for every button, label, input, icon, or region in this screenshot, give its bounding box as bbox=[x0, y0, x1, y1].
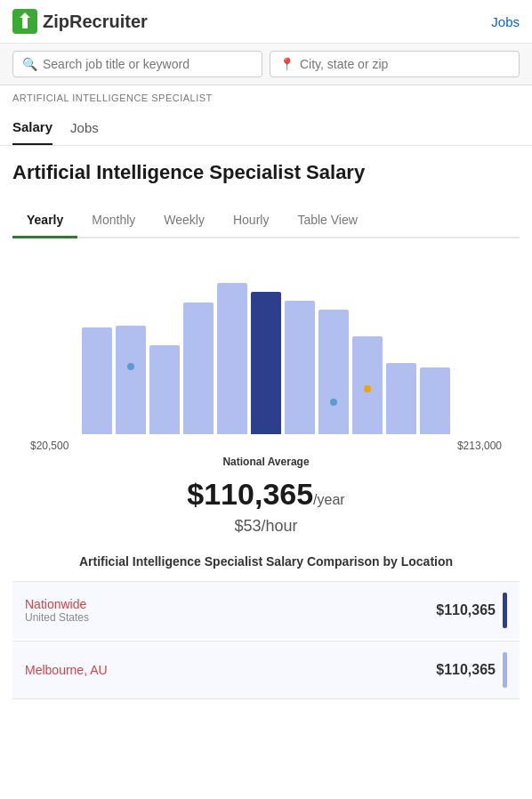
comparison-bar-nationwide bbox=[503, 593, 507, 628]
logo-text: ZipRecruiter bbox=[43, 12, 148, 32]
comparison-location-melbourne: Melbourne, AU bbox=[25, 663, 436, 677]
tab-yearly[interactable]: Yearly bbox=[12, 204, 77, 238]
header: ZipRecruiter Jobs bbox=[0, 0, 532, 44]
national-avg-label: National Average bbox=[21, 456, 511, 468]
chart-bar-0 bbox=[82, 327, 112, 434]
tab-tableview[interactable]: Table View bbox=[283, 204, 371, 238]
chart-bar-5 bbox=[251, 292, 281, 434]
salary-hourly-per: /hour bbox=[262, 517, 298, 535]
bar-wrapper-0 bbox=[82, 327, 112, 434]
bar-wrapper-1 bbox=[116, 326, 146, 434]
bar-wrapper-9 bbox=[386, 363, 416, 434]
ziprecruiter-logo-icon bbox=[12, 9, 37, 34]
page-title: Artificial Intelligence Specialist Salar… bbox=[12, 160, 520, 186]
bar-wrapper-7 bbox=[318, 310, 349, 434]
comparison-title: Artificial Intelligence Specialist Salar… bbox=[12, 553, 520, 571]
comparison-sublocation-nationwide: United States bbox=[25, 611, 436, 624]
tab-monthly[interactable]: Monthly bbox=[77, 204, 149, 238]
chart-dot-blue-7 bbox=[330, 399, 337, 406]
bar-wrapper-5 bbox=[251, 292, 281, 434]
bar-wrapper-10 bbox=[420, 367, 450, 434]
salary-hourly: $53/hour bbox=[12, 517, 520, 536]
chart-label-right: $213,000 bbox=[457, 440, 502, 452]
comparison-left-melbourne: Melbourne, AU bbox=[25, 663, 436, 677]
chart-dot-blue-1 bbox=[127, 363, 134, 370]
chart-bar-10 bbox=[420, 367, 450, 434]
main-content: Artificial Intelligence Specialist Salar… bbox=[0, 146, 532, 715]
location-pin-icon: 📍 bbox=[279, 57, 294, 71]
search-input[interactable] bbox=[43, 57, 253, 71]
job-search-box: 🔍 bbox=[12, 51, 262, 77]
salary-tabs: Yearly Monthly Weekly Hourly Table View bbox=[12, 204, 520, 238]
comparison-location-nationwide: Nationwide bbox=[25, 597, 436, 611]
chart-bars bbox=[21, 256, 511, 434]
chart-bar-3 bbox=[183, 303, 214, 434]
salary-per-year: /year bbox=[313, 492, 345, 507]
bar-wrapper-4 bbox=[217, 283, 247, 434]
comparison-bar-melbourne bbox=[503, 652, 507, 688]
bar-wrapper-6 bbox=[285, 301, 315, 434]
comparison-salary-melbourne: $110,365 bbox=[436, 662, 496, 678]
chart-bar-9 bbox=[386, 363, 416, 434]
chart-bar-2 bbox=[149, 345, 180, 434]
chart-bar-6 bbox=[285, 301, 315, 434]
salary-display: $110,365/year bbox=[12, 477, 520, 512]
bar-wrapper-3 bbox=[183, 303, 214, 434]
sub-nav-salary[interactable]: Salary bbox=[12, 110, 52, 145]
location-input[interactable] bbox=[300, 57, 510, 71]
comparison-item-nationwide: Nationwide United States $110,365 bbox=[12, 581, 520, 639]
bar-wrapper-8 bbox=[352, 336, 383, 434]
comparison-left-nationwide: Nationwide United States bbox=[25, 597, 436, 624]
location-search-box: 📍 bbox=[270, 51, 520, 77]
sub-nav: Salary Jobs bbox=[0, 110, 532, 146]
chart-bar-7 bbox=[318, 310, 349, 434]
breadcrumb: ARTIFICIAL INTELLIGENCE SPECIALIST bbox=[0, 85, 532, 110]
tab-weekly[interactable]: Weekly bbox=[149, 204, 219, 238]
comparison-item-melbourne: Melbourne, AU $110,365 bbox=[12, 641, 520, 699]
chart-bar-4 bbox=[217, 283, 247, 434]
search-icon: 🔍 bbox=[22, 57, 37, 71]
jobs-link[interactable]: Jobs bbox=[491, 14, 520, 29]
chart-labels: $20,500 $213,000 bbox=[21, 434, 511, 452]
search-bar: 🔍 📍 bbox=[0, 44, 532, 85]
comparison-salary-nationwide: $110,365 bbox=[436, 602, 496, 618]
bar-wrapper-2 bbox=[149, 345, 180, 434]
logo-area: ZipRecruiter bbox=[12, 9, 148, 34]
chart-bar-1 bbox=[116, 326, 146, 434]
tab-hourly[interactable]: Hourly bbox=[219, 204, 283, 238]
chart-dot-yellow-8 bbox=[364, 385, 371, 392]
sub-nav-jobs[interactable]: Jobs bbox=[70, 111, 99, 144]
salary-chart: $20,500 $213,000 National Average bbox=[12, 256, 520, 468]
chart-label-left: $20,500 bbox=[30, 440, 69, 452]
salary-amount: $110,365 bbox=[187, 477, 313, 511]
salary-hourly-amount: $53 bbox=[234, 517, 261, 535]
